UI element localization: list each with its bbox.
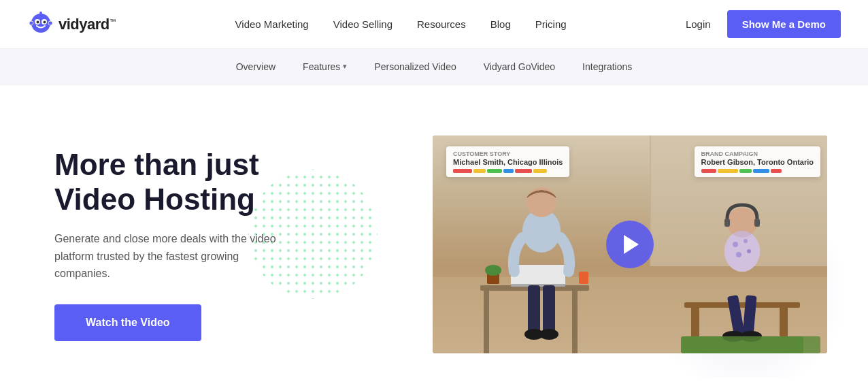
svg-rect-32 bbox=[754, 219, 760, 227]
svg-rect-19 bbox=[543, 285, 555, 333]
svg-point-35 bbox=[744, 239, 748, 243]
top-navigation: vidyard™ Video Marketing Video Selling R… bbox=[0, 0, 868, 49]
hero-content: More than just Video Hosting Generate an… bbox=[54, 148, 354, 341]
card-name-customer: Michael Smith, Chicago Illinois bbox=[453, 158, 563, 166]
nav-item-pricing[interactable]: Pricing bbox=[535, 18, 567, 30]
video-card-customer-story: Customer Story Michael Smith, Chicago Il… bbox=[446, 146, 569, 177]
nav-item-video-selling[interactable]: Video Selling bbox=[333, 18, 393, 30]
svg-rect-13 bbox=[572, 291, 578, 353]
svg-point-4 bbox=[44, 20, 46, 23]
svg-point-3 bbox=[37, 20, 39, 23]
svg-point-0 bbox=[31, 14, 50, 33]
svg-point-33 bbox=[724, 231, 760, 272]
watch-video-button[interactable]: Watch the Video bbox=[54, 304, 201, 341]
sub-nav-overview[interactable]: Overview bbox=[236, 61, 276, 72]
video-card-brand-campaign: Brand Campaign Robert Gibson, Toronto On… bbox=[695, 146, 820, 177]
svg-point-36 bbox=[736, 252, 741, 257]
svg-point-21 bbox=[539, 329, 558, 340]
hero-video-area: Customer Story Michael Smith, Chicago Il… bbox=[367, 135, 827, 353]
nav-item-blog[interactable]: Blog bbox=[490, 18, 511, 30]
svg-point-7 bbox=[29, 21, 33, 25]
svg-rect-22 bbox=[579, 272, 588, 284]
svg-rect-39 bbox=[742, 295, 756, 336]
sub-nav-personalized-video[interactable]: Personalized Video bbox=[374, 61, 456, 72]
play-button[interactable] bbox=[606, 221, 654, 268]
nav-right: Login Show Me a Demo bbox=[686, 10, 841, 38]
vidyard-logo-icon bbox=[27, 11, 54, 38]
svg-point-37 bbox=[747, 249, 751, 253]
main-nav: Video Marketing Video Selling Resources … bbox=[235, 18, 567, 30]
svg-rect-18 bbox=[528, 285, 540, 333]
svg-rect-12 bbox=[484, 291, 489, 353]
card-progress-bars-brand bbox=[701, 169, 814, 173]
svg-rect-38 bbox=[727, 295, 745, 337]
demo-button[interactable]: Show Me a Demo bbox=[727, 10, 841, 38]
sub-nav-features[interactable]: Features ▾ bbox=[303, 61, 347, 72]
svg-point-24 bbox=[485, 265, 501, 276]
logo[interactable]: vidyard™ bbox=[27, 11, 116, 38]
svg-rect-25 bbox=[684, 302, 800, 308]
bottom-decorative-dots bbox=[0, 377, 868, 384]
sub-nav-govideo[interactable]: Vidyard GoVideo bbox=[484, 61, 555, 72]
chevron-down-icon: ▾ bbox=[343, 62, 347, 71]
play-icon bbox=[624, 235, 639, 254]
sub-nav-integrations[interactable]: Integrations bbox=[582, 61, 632, 72]
svg-point-34 bbox=[733, 242, 738, 247]
nav-item-video-marketing[interactable]: Video Marketing bbox=[235, 18, 309, 30]
hero-section: More than just Video Hosting Generate an… bbox=[0, 84, 868, 377]
person-left-silhouette bbox=[473, 176, 610, 353]
svg-point-6 bbox=[39, 12, 42, 14]
svg-point-8 bbox=[48, 21, 52, 25]
card-progress-bars bbox=[453, 169, 563, 173]
login-link[interactable]: Login bbox=[686, 18, 711, 30]
hero-subtitle: Generate and close more deals with the v… bbox=[54, 230, 286, 283]
hero-video-container[interactable]: Customer Story Michael Smith, Chicago Il… bbox=[433, 135, 827, 353]
nav-item-resources[interactable]: Resources bbox=[417, 18, 466, 30]
person-right-silhouette bbox=[678, 176, 814, 353]
card-label-customer: Customer Story bbox=[453, 150, 563, 157]
card-label-brand: Brand Campaign bbox=[701, 150, 814, 157]
card-name-brand: Robert Gibson, Toronto Ontario bbox=[701, 158, 814, 166]
svg-rect-31 bbox=[724, 219, 730, 227]
hero-title: More than just Video Hosting bbox=[54, 148, 354, 217]
sub-navigation: Overview Features ▾ Personalized Video V… bbox=[0, 49, 868, 84]
logo-text: vidyard™ bbox=[59, 16, 116, 33]
